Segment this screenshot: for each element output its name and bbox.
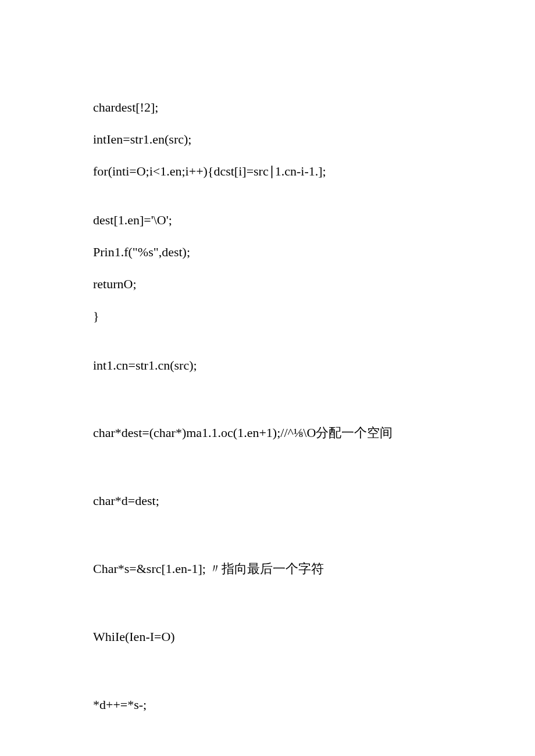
document-page: chardest[!2]; intIen=str1.en(src); for(i… [0, 0, 535, 714]
code-line: chardest[!2]; [93, 99, 442, 117]
code-line: int1.cn=str1.cn(src); [93, 357, 442, 375]
code-line: returnO; [93, 275, 442, 293]
code-line: *d++=*s-; [93, 696, 442, 714]
code-line: WhiIe(Ien-I=O) [93, 628, 442, 646]
code-line: for(inti=O;i<1.en;i++){dcst[i]=src∣1.cn-… [93, 163, 442, 181]
code-line: Prin1.f("%s",dest); [93, 243, 442, 261]
code-line: dest[1.en]='\O'; [93, 212, 442, 230]
code-line: char*dest=(char*)ma1.1.oc(1.en+1);//^⅛\O… [93, 424, 442, 442]
code-line: } [93, 307, 442, 325]
code-line: Char*s=&src[1.en-1]; 〃指向最后一个字符 [93, 560, 442, 578]
code-line: char*d=dest; [93, 492, 442, 510]
code-line: intIen=str1.en(src); [93, 131, 442, 149]
